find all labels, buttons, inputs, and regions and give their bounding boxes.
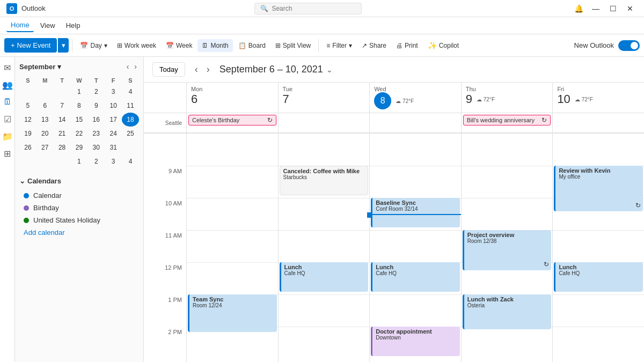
filter-button[interactable]: ≡ Filter ▾ [322,39,356,52]
event-lunch-fri[interactable]: Lunch Cafe HQ [554,262,643,292]
cal-day[interactable]: 10 [105,99,122,113]
calendar-title[interactable]: September 6 – 10, 2021 ⌄ [219,64,333,75]
cal-day other-month[interactable] [36,154,54,168]
cal-day[interactable] [19,85,36,99]
cal-day other-month[interactable] [19,154,36,168]
add-calendar-button[interactable]: Add calendar [19,226,139,239]
next-week-button[interactable]: › [203,63,213,76]
cal-day[interactable]: 12 [19,113,36,127]
day-header-mon[interactable]: Mon 6 [187,83,279,113]
event-review-kevin[interactable]: Review with Kevin My office ↻ [554,166,643,211]
minimize-button[interactable]: — [588,3,603,14]
cal-day[interactable] [54,85,71,99]
cal-day[interactable] [36,85,54,99]
nav-people[interactable]: 👥 [1,78,14,91]
event-lunch-wed[interactable]: Lunch Cafe HQ [371,262,460,292]
calendar-item-us-holiday[interactable]: United States Holiday [19,214,139,226]
cal-day other-month[interactable]: 3 [105,154,122,168]
day-header-tue[interactable]: Tue 7 [279,83,370,113]
close-button[interactable]: ✕ [623,3,638,14]
cal-day other-month[interactable] [54,154,71,168]
cal-day[interactable]: 29 [71,141,88,154]
view-workweek-button[interactable]: ⊞ Work week [113,39,160,52]
nav-tasks[interactable]: ☑ [1,113,14,125]
cal-day[interactable]: 1 [71,85,88,99]
menu-help[interactable]: Help [62,19,85,32]
day-col-wed[interactable]: Baseline Sync Conf Room 32/14 Lunch Cafe… [370,134,462,362]
notification-icon[interactable]: 🔔 [571,3,586,14]
day-col-thu[interactable]: Project overview Room 12/38 ↻ Lunch with… [462,134,553,362]
cal-day week-selected[interactable]: 14 [54,113,71,127]
cal-day[interactable]: 23 [87,127,105,141]
nav-apps[interactable]: ⊞ [1,147,14,160]
cal-day other-month[interactable] [122,141,139,154]
mini-next-button[interactable]: › [132,61,139,72]
cal-day[interactable]: 31 [105,141,122,154]
time-grid-scroll[interactable]: 9 AM 10 AM 11 AM 12 PM 1 PM 2 PM [144,134,644,362]
event-coffee-with-mike[interactable]: Canceled: Coffee with Mike Starbucks [280,166,369,195]
split-view-button[interactable]: ⊞ Split View [271,39,315,52]
cal-day week-selected[interactable]: 17 [105,113,122,127]
new-event-dropdown[interactable]: ▾ [58,38,69,53]
cal-day week-selected[interactable]: 16 [87,113,105,127]
cal-day other-month[interactable]: 2 [87,154,105,168]
day-header-wed[interactable]: Wed 8 ☁ 72°F [370,83,462,113]
nav-files[interactable]: 📁 [1,130,14,143]
nav-calendar[interactable]: 🗓 [1,95,14,108]
cal-day-today[interactable]: 18 [122,113,139,127]
calendar-item-birthday[interactable]: Birthday [19,202,139,214]
cal-day other-month[interactable]: 1 [71,154,88,168]
cal-day[interactable]: 7 [54,99,71,113]
calendar-item-calendar[interactable]: Calendar [19,189,139,202]
cal-day[interactable]: 27 [36,141,54,154]
cal-day[interactable]: 4 [122,85,139,99]
event-project-overview[interactable]: Project overview Room 12/38 ↻ [463,230,552,270]
cal-day[interactable]: 2 [87,85,105,99]
view-board-button[interactable]: 📋 Board [234,39,270,52]
copilot-button[interactable]: ✨ Copilot [423,39,463,53]
cal-day[interactable]: 24 [105,127,122,141]
share-button[interactable]: ↗ Share [357,39,391,52]
cal-day[interactable]: 22 [71,127,88,141]
allday-event-anniversary[interactable]: Bill's wedding anniversary ↻ [463,115,551,125]
nav-mail[interactable]: ✉ [1,61,14,74]
new-event-button[interactable]: + New Event [4,38,57,53]
event-lunch-zack[interactable]: Lunch with Zack Osteria [463,294,552,329]
day-col-tue[interactable]: Canceled: Coffee with Mike Starbucks Lun… [279,134,370,362]
cal-day[interactable]: 25 [122,127,139,141]
day-header-fri[interactable]: Fri 10 ☁ 72°F [553,83,644,113]
event-baseline-sync[interactable]: Baseline Sync Conf Room 32/14 [371,198,460,227]
cal-day[interactable]: 9 [87,99,105,113]
cal-day[interactable]: 6 [36,99,54,113]
cal-day week-selected[interactable]: 15 [71,113,88,127]
cal-day[interactable]: 21 [54,127,71,141]
search-bar[interactable]: 🔍 [254,3,362,14]
today-button[interactable]: Today [152,62,185,77]
event-team-sync[interactable]: Team Sync Room 12/24 [188,294,277,332]
print-button[interactable]: 🖨 Print [392,39,422,52]
view-day-button[interactable]: 📅 Day ▾ [76,39,111,52]
menu-view[interactable]: View [36,19,60,32]
menu-home[interactable]: Home [6,19,34,32]
view-month-button[interactable]: 🗓 Month [197,39,232,52]
cal-day[interactable]: 26 [19,141,36,154]
allday-event-birthday[interactable]: Celeste's Birthday ↻ [188,115,276,125]
maximize-button[interactable]: ☐ [605,3,620,14]
cal-day[interactable]: 28 [54,141,71,154]
cal-day[interactable]: 20 [36,127,54,141]
cal-day[interactable]: 3 [105,85,122,99]
cal-day[interactable]: 5 [19,99,36,113]
mini-prev-button[interactable]: ‹ [125,61,131,72]
event-lunch-tue[interactable]: Lunch Cafe HQ [280,262,369,292]
day-header-thu[interactable]: Thu 9 ☁ 72°F [462,83,553,113]
cal-day[interactable]: 19 [19,127,36,141]
prev-week-button[interactable]: ‹ [192,63,201,76]
view-week-button[interactable]: 📅 Week [162,39,196,52]
day-col-fri[interactable]: Review with Kevin My office ↻ Lunch Cafe… [553,134,644,362]
search-input[interactable] [272,5,352,12]
cal-day other-month[interactable]: 4 [122,154,139,168]
mini-calendar-title[interactable]: September ▾ [19,63,61,71]
event-doctor[interactable]: Doctor appointment Downtown [371,327,460,356]
calendars-header[interactable]: ⌄ Calendars [19,177,139,185]
cal-day[interactable]: 11 [122,99,139,113]
